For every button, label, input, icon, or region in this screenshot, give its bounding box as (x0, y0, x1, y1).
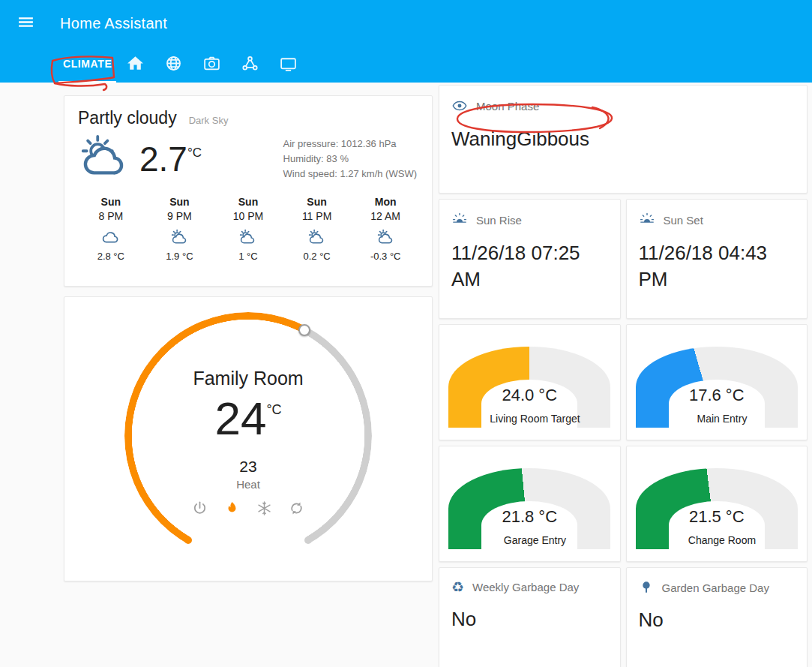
partly-cloudy-icon (283, 227, 352, 248)
gauge-card-main-entry[interactable]: 17.6 °C Main Entry (626, 324, 808, 440)
home-icon (126, 54, 145, 76)
thermostat-card: Family Room 24 °C 23 Heat (64, 296, 433, 581)
view-tabs: CLIMATE (0, 47, 812, 83)
power-button[interactable] (191, 500, 208, 520)
forecast-item: Sun 9 PM 1.9 °C (145, 196, 214, 262)
tv-icon (279, 54, 298, 76)
thermostat-dial: Family Room 24 °C 23 Heat (124, 312, 372, 560)
sunset-icon (639, 212, 655, 228)
gauge-value: 17.6 °C (627, 386, 808, 405)
wind-speed: Wind speed: 1.27 km/h (WSW) (283, 167, 417, 182)
weather-attribution: Dark Sky (189, 115, 229, 126)
humidity: Humidity: 83 % (283, 152, 417, 167)
camera-icon (202, 54, 221, 76)
temperature-unit: °C (187, 140, 202, 179)
weather-current: 2.7 °C Air pressure: 1012.36 hPa Humidit… (76, 131, 420, 187)
hamburger-icon (16, 13, 35, 34)
auto-mode-button[interactable] (288, 500, 305, 520)
cool-mode-button[interactable] (256, 500, 273, 520)
partly-cloudy-icon (78, 131, 130, 187)
sun-rise-value: 11/26/18 07:25 AM (439, 228, 620, 293)
tab-devices[interactable] (231, 47, 269, 83)
cloudy-icon (76, 227, 145, 248)
moon-phase-value: WaningGibbous (439, 114, 807, 152)
sun-set-value: 11/26/18 04:43 PM (627, 228, 808, 293)
gauge-row-2: 21.8 °C Garage Entry 21.5 °C Change Room (439, 446, 808, 562)
sun-rise-card[interactable]: Sun Rise 11/26/18 07:25 AM (439, 199, 621, 319)
tab-climate-label: CLIMATE (63, 58, 112, 70)
air-pressure: Air pressure: 1012.36 hPa (283, 137, 417, 152)
thermostat-name: Family Room (193, 368, 303, 389)
flame-icon (223, 500, 241, 520)
weather-details: Air pressure: 1012.36 hPa Humidity: 83 %… (283, 137, 420, 182)
gauge-card-living-room-target[interactable]: 24.0 °C Living Room Target (439, 324, 621, 440)
forecast-row: Sun 8 PM 2.8 °C Sun 9 PM 1.9 °C Sun 10 P… (76, 196, 420, 262)
tab-map[interactable] (154, 47, 193, 83)
moon-phase-header: Moon Phase (439, 86, 807, 114)
sun-row: Sun Rise 11/26/18 07:25 AM Sun Set 11/26… (439, 199, 808, 319)
moon-phase-card[interactable]: Moon Phase WaningGibbous (439, 85, 808, 194)
gauge-label: Change Room (637, 534, 807, 546)
app-header: Home Assistant CLIMATE (0, 0, 812, 83)
tab-home[interactable] (116, 47, 154, 83)
app-title: Home Assistant (60, 15, 167, 32)
tab-cameras[interactable] (193, 47, 231, 83)
gauge-label: Living Room Target (450, 413, 619, 425)
forecast-item: Mon 12 AM -0.3 °C (351, 196, 420, 262)
weekly-garbage-card[interactable]: ♻ Weekly Garbage Day No (439, 567, 621, 667)
thermostat-current-temp: 24 °C (214, 395, 281, 442)
moon-phase-label: Moon Phase (476, 100, 539, 113)
gauge-label: Main Entry (637, 413, 807, 425)
tab-media[interactable] (269, 47, 307, 83)
weekly-garbage-value: No (439, 594, 620, 632)
sunrise-icon (451, 212, 468, 228)
garden-garbage-label: Garden Garbage Day (662, 581, 769, 594)
snowflake-icon (256, 500, 273, 520)
weather-header: Partly cloudy Dark Sky (76, 108, 420, 128)
earth-icon (164, 54, 183, 76)
sun-set-label: Sun Set (664, 214, 703, 227)
right-column: Moon Phase WaningGibbous Sun Rise 11/26/… (439, 83, 808, 667)
heat-mode-button[interactable] (223, 500, 241, 520)
thermostat-mode-label: Heat (236, 478, 260, 491)
thermostat-target-temp: 23 (239, 458, 256, 476)
gauge-value: 21.5 °C (627, 507, 808, 527)
app-toolbar: Home Assistant (0, 0, 812, 47)
sun-set-card[interactable]: Sun Set 11/26/18 04:43 PM (626, 199, 808, 319)
gauge-row-1: 24.0 °C Living Room Target 17.6 °C Main … (439, 324, 808, 440)
gauge-value: 24.0 °C (439, 386, 620, 405)
left-column: Partly cloudy Dark Sky 2.7 °C Air pressu… (64, 83, 433, 581)
weekly-garbage-label: Weekly Garbage Day (472, 581, 579, 593)
weather-card[interactable]: Partly cloudy Dark Sky 2.7 °C Air pressu… (64, 95, 433, 287)
tree-icon (639, 580, 654, 595)
thermostat-info: Family Room 24 °C 23 Heat (124, 312, 372, 560)
menu-button[interactable] (16, 13, 35, 34)
gauge-value: 21.8 °C (439, 507, 620, 527)
thermostat-unit: °C (266, 395, 281, 442)
partly-cloudy-icon (351, 227, 420, 248)
tab-climate[interactable]: CLIMATE (58, 47, 116, 83)
garden-garbage-card[interactable]: Garden Garbage Day No (626, 567, 808, 667)
home-assistant-app: Home Assistant CLIMATE (0, 0, 812, 667)
garden-garbage-value: No (627, 595, 808, 633)
hvac-mode-buttons (191, 500, 305, 520)
autorenew-icon (288, 500, 305, 520)
gauge-card-garage-entry[interactable]: 21.8 °C Garage Entry (439, 446, 621, 562)
partly-cloudy-icon (145, 227, 214, 248)
partly-cloudy-icon (214, 227, 283, 248)
forecast-item: Sun 10 PM 1 °C (214, 196, 283, 262)
current-temperature: 2.7 °C (139, 140, 202, 179)
forecast-item: Sun 11 PM 0.2 °C (283, 196, 352, 262)
garbage-row: ♻ Weekly Garbage Day No Garden Garbage D… (439, 567, 808, 667)
eye-icon (451, 98, 468, 114)
gauge-card-change-room[interactable]: 21.5 °C Change Room (626, 446, 808, 562)
forecast-item: Sun 8 PM 2.8 °C (76, 196, 145, 262)
gauge-label: Garage Entry (450, 534, 619, 546)
weather-condition: Partly cloudy (78, 108, 177, 128)
recycle-icon: ♻ (451, 580, 464, 594)
dashboard: Partly cloudy Dark Sky 2.7 °C Air pressu… (0, 83, 812, 667)
sun-rise-label: Sun Rise (476, 214, 522, 227)
hub-icon (241, 54, 259, 76)
